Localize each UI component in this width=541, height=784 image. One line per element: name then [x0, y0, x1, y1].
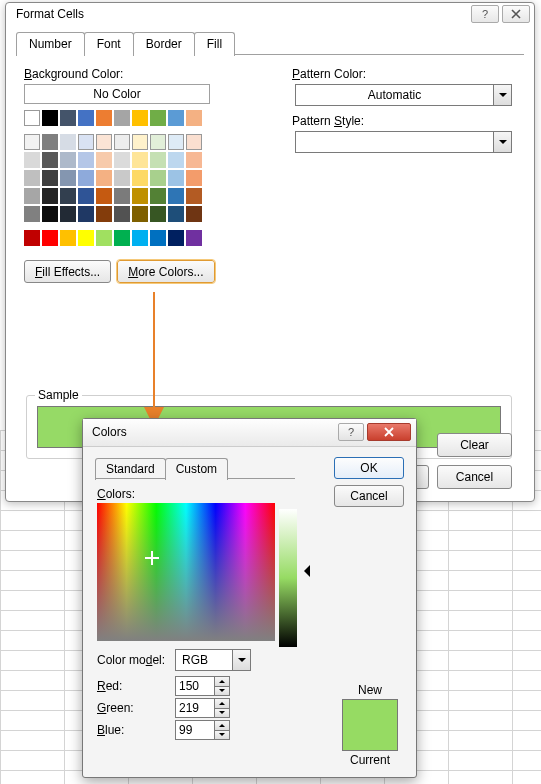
color-swatch[interactable]: [168, 110, 184, 126]
color-swatch[interactable]: [132, 188, 148, 204]
tab-border[interactable]: Border: [133, 32, 195, 56]
color-swatch[interactable]: [24, 230, 40, 246]
color-swatch[interactable]: [132, 110, 148, 126]
color-swatch[interactable]: [150, 110, 166, 126]
color-swatch[interactable]: [168, 170, 184, 186]
tab-custom[interactable]: Custom: [165, 458, 228, 480]
green-spinner[interactable]: [175, 698, 230, 718]
green-input[interactable]: [175, 698, 215, 718]
color-swatch[interactable]: [60, 110, 76, 126]
color-swatch[interactable]: [42, 170, 58, 186]
color-swatch[interactable]: [42, 188, 58, 204]
no-color-button[interactable]: No Color: [24, 84, 210, 104]
color-swatch[interactable]: [96, 188, 112, 204]
tab-standard[interactable]: Standard: [95, 458, 166, 480]
tab-fill[interactable]: Fill: [194, 32, 235, 56]
color-swatch[interactable]: [78, 170, 94, 186]
color-swatch[interactable]: [96, 206, 112, 222]
tab-number[interactable]: Number: [16, 32, 85, 56]
color-swatch[interactable]: [186, 188, 202, 204]
colors-cancel-button[interactable]: Cancel: [334, 485, 404, 507]
color-swatch[interactable]: [78, 188, 94, 204]
spin-up-icon[interactable]: [215, 720, 230, 730]
color-swatch[interactable]: [42, 110, 58, 126]
color-swatch[interactable]: [24, 206, 40, 222]
cancel-button[interactable]: Cancel: [437, 465, 512, 489]
color-swatch[interactable]: [78, 134, 94, 150]
help-button[interactable]: ?: [471, 5, 499, 23]
color-swatch[interactable]: [42, 134, 58, 150]
color-field[interactable]: [97, 503, 275, 641]
color-swatch[interactable]: [132, 134, 148, 150]
color-swatch[interactable]: [168, 206, 184, 222]
spin-down-icon[interactable]: [215, 708, 230, 719]
color-swatch[interactable]: [186, 152, 202, 168]
color-swatch[interactable]: [114, 206, 130, 222]
close-button[interactable]: [502, 5, 530, 23]
colors-close-button[interactable]: [367, 423, 411, 441]
color-swatch[interactable]: [168, 188, 184, 204]
luminance-slider[interactable]: [279, 509, 297, 647]
more-colors-button[interactable]: More Colors...: [117, 260, 214, 283]
color-swatch[interactable]: [24, 152, 40, 168]
color-swatch[interactable]: [150, 152, 166, 168]
color-swatch[interactable]: [132, 152, 148, 168]
color-swatch[interactable]: [114, 230, 130, 246]
color-swatch[interactable]: [96, 230, 112, 246]
color-swatch[interactable]: [60, 152, 76, 168]
color-swatch[interactable]: [96, 110, 112, 126]
color-swatch[interactable]: [78, 110, 94, 126]
color-swatch[interactable]: [132, 206, 148, 222]
red-input[interactable]: [175, 676, 215, 696]
tab-font[interactable]: Font: [84, 32, 134, 56]
spin-down-icon[interactable]: [215, 686, 230, 697]
color-swatch[interactable]: [60, 188, 76, 204]
pattern-style-combo[interactable]: [295, 131, 512, 153]
clear-button[interactable]: Clear: [437, 433, 512, 457]
color-swatch[interactable]: [24, 110, 40, 126]
color-swatch[interactable]: [60, 206, 76, 222]
color-swatch[interactable]: [78, 206, 94, 222]
color-swatch[interactable]: [114, 134, 130, 150]
color-swatch[interactable]: [186, 206, 202, 222]
red-spinner[interactable]: [175, 676, 230, 696]
color-swatch[interactable]: [132, 170, 148, 186]
color-swatch[interactable]: [150, 188, 166, 204]
color-swatch[interactable]: [96, 134, 112, 150]
spin-up-icon[interactable]: [215, 676, 230, 686]
pattern-color-combo[interactable]: Automatic: [295, 84, 512, 106]
color-swatch[interactable]: [78, 152, 94, 168]
color-swatch[interactable]: [150, 230, 166, 246]
color-swatch[interactable]: [114, 110, 130, 126]
color-swatch[interactable]: [42, 206, 58, 222]
color-swatch[interactable]: [114, 170, 130, 186]
color-swatch[interactable]: [24, 170, 40, 186]
color-swatch[interactable]: [42, 152, 58, 168]
color-swatch[interactable]: [60, 230, 76, 246]
color-swatch[interactable]: [60, 170, 76, 186]
colors-ok-button[interactable]: OK: [334, 457, 404, 479]
spin-down-icon[interactable]: [215, 730, 230, 741]
color-swatch[interactable]: [168, 134, 184, 150]
fill-effects-button[interactable]: Fill Effects...: [24, 260, 111, 283]
color-swatch[interactable]: [186, 170, 202, 186]
color-swatch[interactable]: [150, 170, 166, 186]
color-swatch[interactable]: [132, 230, 148, 246]
color-swatch[interactable]: [186, 110, 202, 126]
color-model-combo[interactable]: RGB: [175, 649, 251, 671]
colors-help-button[interactable]: ?: [338, 423, 364, 441]
blue-spinner[interactable]: [175, 720, 230, 740]
color-swatch[interactable]: [24, 134, 40, 150]
color-swatch[interactable]: [114, 152, 130, 168]
color-swatch[interactable]: [78, 230, 94, 246]
spin-up-icon[interactable]: [215, 698, 230, 708]
color-swatch[interactable]: [168, 152, 184, 168]
blue-input[interactable]: [175, 720, 215, 740]
color-swatch[interactable]: [186, 230, 202, 246]
color-swatch[interactable]: [96, 152, 112, 168]
color-swatch[interactable]: [96, 170, 112, 186]
color-swatch[interactable]: [150, 134, 166, 150]
color-swatch[interactable]: [168, 230, 184, 246]
color-swatch[interactable]: [42, 230, 58, 246]
color-swatch[interactable]: [150, 206, 166, 222]
